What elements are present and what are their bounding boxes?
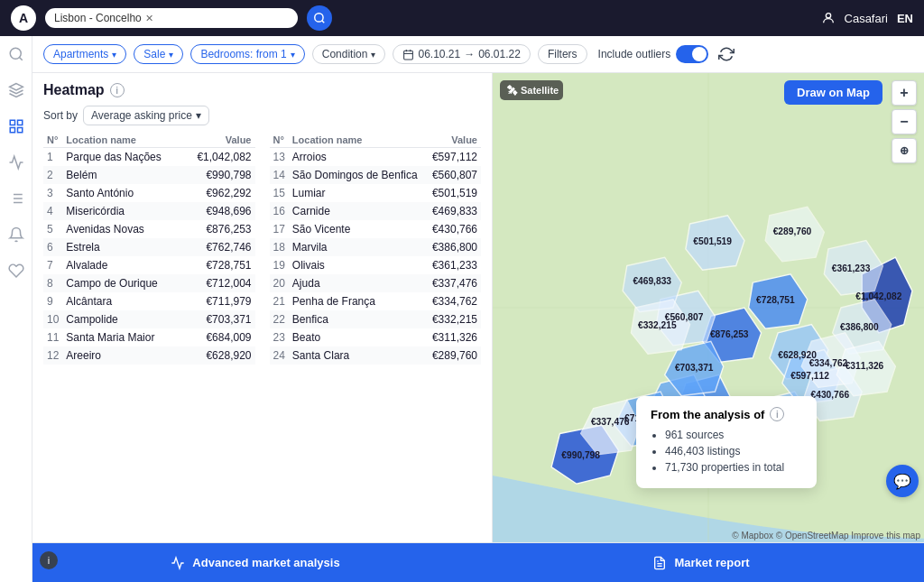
toggle-knob: [692, 47, 707, 61]
row-location: Estrela: [62, 238, 182, 256]
chat-button[interactable]: 💬: [886, 465, 919, 497]
search-button[interactable]: [307, 5, 332, 31]
table-row[interactable]: 10Campolide€703,371: [43, 310, 255, 328]
table-row[interactable]: 15Lumiar€501,519: [270, 184, 482, 202]
row-num: 20: [270, 274, 289, 292]
satellite-button[interactable]: 🛰 Satellite: [500, 80, 563, 100]
row-num: 11: [43, 328, 62, 346]
apartments-chevron-icon: ▾: [112, 50, 116, 60]
row-location: Arroios: [289, 148, 427, 167]
row-value: €430,766: [427, 220, 481, 238]
table-row[interactable]: 22Benfica€332,215: [270, 310, 482, 328]
row-value: €990,798: [183, 166, 255, 184]
market-report-button[interactable]: Market report: [478, 543, 924, 582]
bedrooms-filter[interactable]: Bedrooms: from 1 ▾: [190, 44, 304, 64]
row-value: €289,760: [427, 346, 481, 365]
table-row[interactable]: 21Penha de França€334,762: [270, 292, 482, 310]
table-row[interactable]: 20Ajuda€337,476: [270, 274, 482, 292]
heatmap-info-icon[interactable]: i: [110, 83, 125, 97]
row-value: €361,233: [427, 256, 481, 274]
search-tag: Lisbon - Concelho ✕: [54, 12, 153, 24]
row-num: 14: [270, 166, 289, 184]
table-row[interactable]: 11Santa Maria Maior€684,009: [43, 328, 255, 346]
table-row[interactable]: 17São Vicente€430,766: [270, 220, 482, 238]
sort-row: Sort by Average asking price ▾: [43, 106, 481, 125]
table-row[interactable]: 3Santo António€962,292: [43, 184, 255, 202]
col-n-header: N°: [43, 133, 62, 148]
row-location: Olivais: [289, 256, 427, 274]
row-num: 12: [43, 346, 62, 365]
table-row[interactable]: 16Carnide€469,833: [270, 202, 482, 220]
table-row[interactable]: 18Marvila€386,800: [270, 238, 482, 256]
top-bar: A Lisbon - Concelho ✕ Casafari EN: [0, 0, 924, 36]
col-n-header2: N°: [270, 133, 289, 148]
filters-button[interactable]: Filters: [538, 44, 587, 64]
apartments-filter[interactable]: Apartments ▾: [43, 44, 126, 64]
draw-on-map-button[interactable]: Draw on Map: [784, 80, 882, 105]
row-location: Benfica: [289, 310, 427, 328]
table-row[interactable]: 8Campo de Ourique€712,004: [43, 274, 255, 292]
refresh-button[interactable]: [716, 43, 737, 65]
sidebar-heatmap-icon[interactable]: [5, 115, 27, 137]
clear-search-button[interactable]: ✕: [145, 13, 153, 24]
row-location: Penha de França: [289, 292, 427, 310]
table-row[interactable]: 5Avenidas Novas€876,253: [43, 220, 255, 238]
row-num: 6: [43, 238, 62, 256]
table-row[interactable]: 2Belém€990,798: [43, 166, 255, 184]
table-row[interactable]: 4Misericórdia€948,696: [43, 202, 255, 220]
list-item: 71,730 properties in total: [665, 461, 802, 474]
sidebar-layers-icon[interactable]: [5, 79, 27, 101]
row-value: €332,215: [427, 310, 481, 328]
tables-row: N° Location name Value 1Parque das Naçõe…: [43, 133, 481, 533]
row-location: Areeiro: [62, 346, 182, 365]
row-value: €876,253: [183, 220, 255, 238]
table-row[interactable]: 9Alcântara€711,979: [43, 292, 255, 310]
advanced-market-analysis-button[interactable]: Advanced market analysis: [32, 543, 478, 582]
sidebar-search-icon[interactable]: [5, 43, 27, 65]
sidebar-heart-icon[interactable]: [5, 260, 27, 282]
search-box[interactable]: Lisbon - Concelho ✕: [45, 8, 298, 28]
row-num: 1: [43, 148, 62, 167]
locate-button[interactable]: ⊕: [892, 138, 917, 163]
row-num: 17: [270, 220, 289, 238]
table-row[interactable]: 23Beato€311,326: [270, 328, 482, 346]
zoom-out-button[interactable]: −: [892, 109, 917, 134]
table-row[interactable]: 13Arroios€597,112: [270, 148, 482, 167]
analysis-popup: From the analysis of i 961 sources446,40…: [636, 396, 817, 488]
sidebar-list-icon[interactable]: [5, 188, 27, 209]
table-row[interactable]: 1Parque das Nações€1,042,082: [43, 148, 255, 167]
lang-label[interactable]: EN: [897, 12, 913, 25]
row-location: Alcântara: [62, 292, 182, 310]
list-item: 961 sources: [665, 429, 802, 441]
include-outliers-toggle[interactable]: [676, 45, 708, 63]
sidebar-bell-icon[interactable]: [5, 224, 27, 245]
col-value-header: Value: [183, 133, 255, 148]
sale-filter[interactable]: Sale ▾: [134, 44, 183, 64]
date-filter[interactable]: 06.10.21 → 06.01.22: [393, 44, 530, 64]
sort-select[interactable]: Average asking price ▾: [83, 106, 209, 125]
table-row[interactable]: 24Santa Clara€289,760: [270, 346, 482, 365]
row-num: 16: [270, 202, 289, 220]
zoom-in-button[interactable]: +: [892, 80, 917, 106]
table-row[interactable]: 14São Domingos de Benfica€560,807: [270, 166, 482, 184]
sidebar-chart-icon[interactable]: [5, 152, 27, 173]
condition-filter[interactable]: Condition ▾: [312, 44, 386, 64]
svg-rect-9: [17, 128, 22, 133]
table-row[interactable]: 7Alvalade€728,751: [43, 256, 255, 274]
table-row[interactable]: 19Olivais€361,233: [270, 256, 482, 274]
info-bottom-icon[interactable]: i: [40, 551, 58, 569]
analysis-info-icon[interactable]: i: [770, 407, 784, 421]
row-location: Campolide: [62, 310, 182, 328]
row-num: 4: [43, 202, 62, 220]
table-row[interactable]: 6Estrela€762,746: [43, 238, 255, 256]
row-num: 13: [270, 148, 289, 167]
row-value: €560,807: [427, 166, 481, 184]
row-location: Ajuda: [289, 274, 427, 292]
filter-bar: Apartments ▾ Sale ▾ Bedrooms: from 1 ▾ C…: [32, 36, 924, 73]
user-label: Casafari: [845, 12, 888, 25]
row-value: €728,751: [183, 256, 255, 274]
row-value: €334,762: [427, 292, 481, 310]
heatmap-title: Heatmap i: [43, 82, 481, 98]
content-area: Heatmap i Sort by Average asking price ▾: [32, 73, 924, 542]
table-row[interactable]: 12Areeiro€628,920: [43, 346, 255, 365]
